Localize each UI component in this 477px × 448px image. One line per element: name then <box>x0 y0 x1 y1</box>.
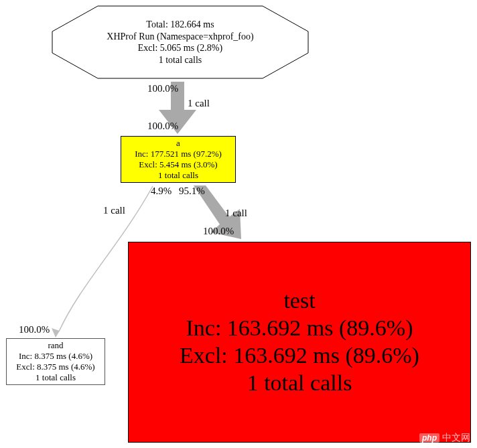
node-a-title: a <box>176 138 180 149</box>
edge-root-a-top-pct: 100.0% <box>147 83 178 94</box>
node-rand: rand Inc: 8.375 ms (4.6%) Excl: 8.375 ms… <box>6 338 105 385</box>
node-rand-calls: 1 total calls <box>36 372 76 383</box>
edge-a-test-pct: 95.1% <box>179 185 205 197</box>
node-test-title: test <box>283 287 315 315</box>
node-test-inc: Inc: 163.692 ms (89.6%) <box>186 315 413 342</box>
edge-a-rand-pct: 4.9% <box>151 185 172 197</box>
node-a-calls: 1 total calls <box>158 170 198 181</box>
edge-a-rand-calls: 1 call <box>103 205 125 216</box>
node-a: a Inc: 177.521 ms (97.2%) Excl: 5.454 ms… <box>121 136 236 183</box>
node-a-inc: Inc: 177.521 ms (97.2%) <box>135 149 222 159</box>
root-total: Total: 182.664 ms <box>52 19 308 31</box>
root-calls: 1 total calls <box>52 54 308 66</box>
node-test: test Inc: 163.692 ms (89.6%) Excl: 163.6… <box>128 242 471 443</box>
watermark: php 中文网 <box>419 432 470 444</box>
edge-a-test-pct2: 100.0% <box>203 226 234 237</box>
root-namespace: XHProf Run (Namespace=xhprof_foo) <box>52 31 308 43</box>
edge-a-test-calls: 1 call <box>225 208 247 219</box>
svg-marker-3 <box>52 328 60 338</box>
node-test-calls: 1 total calls <box>247 370 352 397</box>
node-rand-inc: Inc: 8.375 ms (4.6%) <box>19 351 92 362</box>
watermark-text: 中文网 <box>442 432 470 444</box>
node-a-excl: Excl: 5.454 ms (3.0%) <box>139 159 217 170</box>
node-rand-title: rand <box>48 340 63 351</box>
arrow-a-to-rand-head <box>52 328 62 339</box>
edge-root-a-bottom-pct: 100.0% <box>147 121 178 132</box>
edge-root-a-calls: 1 call <box>188 98 210 109</box>
root-node: Total: 182.664 ms XHProf Run (Namespace=… <box>52 6 308 78</box>
watermark-badge: php <box>419 433 439 443</box>
node-test-excl: Excl: 163.692 ms (89.6%) <box>180 342 419 370</box>
edge-a-rand-pct2: 100.0% <box>19 324 50 335</box>
node-rand-excl: Excl: 8.375 ms (4.6%) <box>16 362 94 372</box>
root-excl: Excl: 5.065 ms (2.8%) <box>52 42 308 54</box>
